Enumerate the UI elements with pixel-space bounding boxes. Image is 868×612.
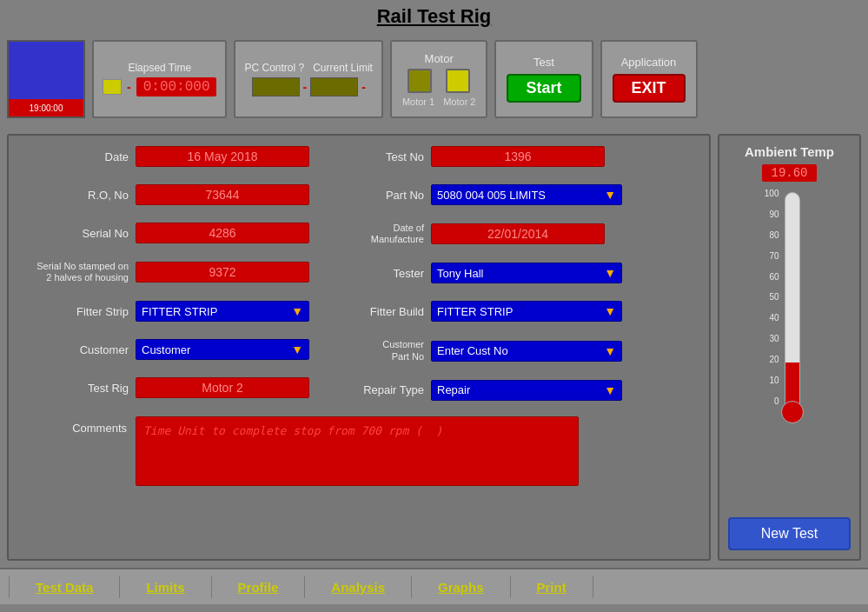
fitter-strip-arrow: ▼: [291, 304, 303, 318]
ro-no-input[interactable]: [136, 184, 309, 205]
motor1-indicator: [407, 69, 432, 93]
exit-button[interactable]: EXIT: [613, 74, 686, 103]
fitter-strip-dropdown[interactable]: FITTER STRIP ▼: [136, 301, 309, 322]
app-header: Rail Test Rig: [0, 0, 868, 31]
fitter-build-dropdown[interactable]: FITTER STRIP ▼: [431, 301, 622, 322]
test-no-input[interactable]: [431, 146, 605, 167]
serial-stamp-row: Serial No stamped on2 halves of housing: [23, 261, 318, 283]
test-rig-row: Test Rig: [23, 377, 318, 398]
tester-row: Tester Tony Hall ▼: [335, 263, 631, 283]
customer-dropdown[interactable]: Customer ▼: [136, 339, 309, 360]
tab-print[interactable]: Print: [511, 576, 593, 598]
tab-limits[interactable]: Limits: [120, 576, 211, 598]
ambient-label: Ambient Temp: [745, 144, 834, 159]
main-content: Date R.O, No Serial No Serial No stamped…: [0, 127, 868, 568]
part-no-label: Part No: [335, 189, 431, 202]
serial-no-row: Serial No: [23, 223, 318, 243]
date-label: Date: [23, 150, 136, 163]
pc-control-label: PC Control ?: [244, 62, 304, 74]
date-mfg-input[interactable]: [431, 223, 605, 244]
motor2-indicator: [446, 69, 470, 93]
repair-type-arrow: ▼: [604, 383, 616, 397]
date-mfg-row: Date ofManufacture: [335, 223, 631, 245]
test-label: Test: [533, 56, 554, 69]
elapsed-time-label: Elapsed Time: [128, 62, 191, 74]
pc-control-bar1: [252, 77, 300, 96]
tester-arrow: ▼: [604, 266, 616, 280]
repair-type-dropdown[interactable]: Repair ▼: [431, 380, 622, 401]
customer-part-label: CustomerPart No: [335, 339, 431, 362]
date-mfg-label: Date ofManufacture: [335, 223, 431, 245]
thermo-20: 20: [769, 355, 779, 364]
part-no-arrow: ▼: [604, 188, 616, 202]
new-test-button[interactable]: New Test: [728, 517, 851, 550]
customer-part-dropdown[interactable]: Enter Cust No ▼: [431, 341, 622, 362]
part-no-row: Part No 5080 004 005 LIMITS ▼: [335, 184, 631, 205]
tab-profile[interactable]: Profile: [212, 576, 306, 598]
serial-no-input[interactable]: [136, 223, 309, 243]
comments-row: Comments Time Unit to complete stop from…: [23, 416, 695, 486]
footer-tabs: Test Data Limits Profile Analysis Graphs…: [0, 568, 868, 604]
date-input[interactable]: [136, 146, 309, 167]
customer-part-arrow: ▼: [604, 344, 616, 358]
thermo-10: 10: [769, 376, 779, 385]
mercury-fill: [785, 363, 799, 405]
ro-no-row: R.O, No: [23, 184, 318, 205]
ro-no-label: R.O, No: [23, 189, 136, 202]
tester-label: Tester: [335, 267, 431, 280]
side-panel: Ambient Temp 19.60 100 90 80 70 60 50 40…: [718, 134, 861, 561]
form-area: Date R.O, No Serial No Serial No stamped…: [7, 134, 711, 561]
logo: 19:00:00: [7, 40, 85, 118]
comments-input[interactable]: Time Unit to complete stop from 700 rpm …: [136, 416, 579, 486]
serial-no-label: Serial No: [23, 227, 136, 240]
application-panel: Application EXIT: [600, 40, 698, 118]
pc-control-bar2: [310, 77, 358, 96]
application-label: Application: [621, 56, 677, 69]
thermo-60: 60: [769, 272, 779, 282]
test-panel: Test Start: [494, 40, 593, 118]
fitter-strip-label: Fitter Strip: [23, 305, 136, 318]
elapsed-time-panel: Elapsed Time - 0:00:000: [92, 40, 227, 118]
thermo-50: 50: [769, 292, 779, 302]
thermo-90: 90: [769, 210, 779, 219]
motor-panel: Motor Motor 1 Motor 2: [390, 40, 488, 118]
thermometer-bulb: [781, 401, 804, 423]
logo-time: 19:00:00: [9, 99, 83, 116]
tab-analysis[interactable]: Analysis: [305, 576, 412, 598]
elapsed-indicator: [103, 79, 122, 95]
elapsed-time-value: 0:00:000: [136, 77, 217, 96]
start-button[interactable]: Start: [507, 74, 580, 103]
ambient-value: 19.60: [762, 164, 816, 182]
app-title: Rail Test Rig: [0, 5, 868, 28]
thermo-70: 70: [769, 251, 779, 261]
motor-label: Motor: [425, 52, 454, 65]
tab-test-data[interactable]: Test Data: [9, 576, 120, 598]
customer-label: Customer: [23, 343, 136, 356]
part-no-dropdown[interactable]: 5080 004 005 LIMITS ▼: [431, 184, 622, 205]
motor2-label: Motor 2: [443, 96, 475, 107]
test-rig-input[interactable]: [136, 377, 309, 398]
motor1-label: Motor 1: [402, 96, 434, 107]
thermo-80: 80: [769, 230, 779, 240]
fitter-build-row: Fitter Build FITTER STRIP ▼: [335, 301, 631, 322]
toolbar: 19:00:00 Elapsed Time - 0:00:000 PC Cont…: [0, 31, 868, 127]
thermometer-tube: [785, 192, 800, 406]
comments-label: Comments: [23, 416, 136, 435]
repair-type-label: Repair Type: [335, 383, 431, 396]
tester-dropdown[interactable]: Tony Hall ▼: [431, 263, 622, 283]
tab-graphs[interactable]: Graphs: [412, 576, 511, 598]
customer-part-row: CustomerPart No Enter Cust No ▼: [335, 339, 631, 362]
serial-stamp-input[interactable]: [136, 262, 309, 283]
customer-row: Customer Customer ▼: [23, 339, 318, 360]
test-no-row: Test No: [335, 146, 631, 167]
customer-arrow: ▼: [291, 343, 303, 356]
serial-stamp-label: Serial No stamped on2 halves of housing: [23, 261, 136, 283]
thermo-30: 30: [769, 334, 779, 343]
current-limit-label: Current Limit: [313, 62, 373, 74]
test-no-label: Test No: [335, 150, 431, 163]
fitter-strip-row: Fitter Strip FITTER STRIP ▼: [23, 301, 318, 322]
date-row: Date: [23, 146, 318, 167]
test-rig-label: Test Rig: [23, 382, 136, 395]
thermo-40: 40: [769, 313, 779, 323]
thermo-100: 100: [765, 189, 779, 198]
